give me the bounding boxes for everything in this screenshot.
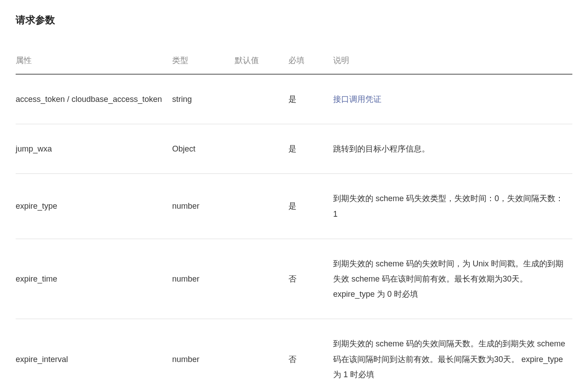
- table-row: expire_typenumber是到期失效的 scheme 码失效类型，失效时…: [16, 174, 572, 239]
- cell-desc: 到期失效的 scheme 码的失效间隔天数。生成的到期失效 scheme 码在该…: [333, 319, 572, 379]
- cell-required: 是: [288, 124, 333, 174]
- cell-desc: 接口调用凭证: [333, 74, 572, 124]
- cell-desc: 到期失效的 scheme 码失效类型，失效时间：0，失效间隔天数：1: [333, 174, 572, 239]
- table-row: jump_wxaObject是跳转到的目标小程序信息。: [16, 124, 572, 174]
- params-table: 属性 类型 默认值 必填 说明 access_token / cloudbase…: [16, 47, 572, 379]
- cell-type: number: [172, 174, 235, 239]
- cell-required: 是: [288, 74, 333, 124]
- cell-default: [235, 74, 288, 124]
- desc-link[interactable]: 接口调用凭证: [333, 95, 381, 104]
- cell-type: number: [172, 239, 235, 319]
- cell-required: 否: [288, 319, 333, 379]
- cell-desc: 到期失效的 scheme 码的失效时间，为 Unix 时间戳。生成的到期失效 s…: [333, 239, 572, 319]
- cell-default: [235, 319, 288, 379]
- table-row: access_token / cloudbase_access_tokenstr…: [16, 74, 572, 124]
- cell-attr: access_token / cloudbase_access_token: [16, 74, 172, 124]
- header-attr: 属性: [16, 47, 172, 74]
- cell-default: [235, 239, 288, 319]
- cell-desc: 跳转到的目标小程序信息。: [333, 124, 572, 174]
- cell-type: number: [172, 319, 235, 379]
- table-row: expire_timenumber否到期失效的 scheme 码的失效时间，为 …: [16, 239, 572, 319]
- section-title: 请求参数: [16, 13, 572, 27]
- cell-required: 否: [288, 239, 333, 319]
- cell-required: 是: [288, 174, 333, 239]
- header-type: 类型: [172, 47, 235, 74]
- cell-attr: expire_interval: [16, 319, 172, 379]
- cell-type: string: [172, 74, 235, 124]
- table-row: expire_intervalnumber否到期失效的 scheme 码的失效间…: [16, 319, 572, 379]
- cell-default: [235, 174, 288, 239]
- header-desc: 说明: [333, 47, 572, 74]
- cell-default: [235, 124, 288, 174]
- header-required: 必填: [288, 47, 333, 74]
- cell-attr: expire_type: [16, 174, 172, 239]
- cell-attr: expire_time: [16, 239, 172, 319]
- cell-type: Object: [172, 124, 235, 174]
- cell-attr: jump_wxa: [16, 124, 172, 174]
- header-default: 默认值: [235, 47, 288, 74]
